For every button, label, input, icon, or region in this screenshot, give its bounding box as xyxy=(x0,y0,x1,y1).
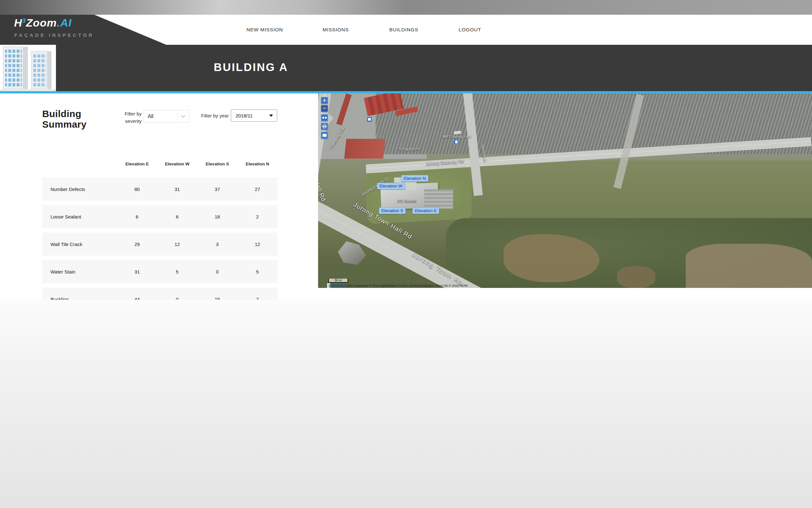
row-value: 0 xyxy=(197,269,238,274)
summary-table-body: Number Defects 80 31 37 27 xyxy=(42,177,278,300)
summary-table-header: Elevation E Elevation W Elevation S Elev… xyxy=(117,162,278,166)
logo-h: H xyxy=(14,17,22,29)
page-title: BUILDING A xyxy=(214,61,288,74)
binoculars-icon xyxy=(322,117,324,119)
zoom-out-button[interactable]: − xyxy=(321,105,328,112)
map-art-layer xyxy=(686,244,812,288)
map-art-layer xyxy=(338,241,366,265)
row-value: 6 xyxy=(117,214,157,219)
severity-filter-label: Filter by severity xyxy=(105,110,142,125)
building-icon xyxy=(0,45,56,91)
nav-missions[interactable]: MISSIONS xyxy=(323,27,349,33)
row-value: 3 xyxy=(197,242,238,247)
map-label-hall-rd: Hall Rd xyxy=(318,179,327,203)
birdseye-button[interactable] xyxy=(321,114,328,121)
logo-sup: 3 xyxy=(22,17,26,24)
column-header: Elevation W xyxy=(157,162,198,166)
map-art-layer xyxy=(344,139,386,159)
map-label-jtc-summit: JTC Summit xyxy=(397,199,417,203)
severity-select-value: All xyxy=(144,114,177,119)
row-value: 5 xyxy=(238,269,278,274)
row-value: 37 xyxy=(197,186,238,192)
column-header: Elevation E xyxy=(117,162,157,166)
map-label-mrt-jurong-east: MRT-Jurong East xyxy=(442,135,471,138)
row-label: Wall Tile Crack xyxy=(42,242,117,247)
app-viewport: H3Zoom.AI FAÇADE INSPECTOR NEW MISSION M… xyxy=(0,0,812,300)
row-value: 27 xyxy=(238,186,278,192)
table-row[interactable]: Water Stain 31 5 0 5 xyxy=(42,260,278,283)
train-station-icon[interactable] xyxy=(453,139,459,144)
summary-title: Building Summary xyxy=(42,109,87,130)
row-value: 6 xyxy=(157,214,198,219)
logo-ai: .AI xyxy=(57,17,71,29)
row-label: Loose Sealant xyxy=(42,214,117,219)
bus-stop-icon[interactable] xyxy=(367,117,372,122)
table-row[interactable]: Wall Tile Crack 29 12 3 12 xyxy=(42,232,278,256)
caret-down-icon xyxy=(269,115,273,117)
table-row[interactable]: Loose Sealant 6 6 18 2 xyxy=(42,205,278,228)
table-row[interactable]: Number Defects 80 31 37 27 xyxy=(42,177,278,201)
chevron-down-icon xyxy=(181,113,185,118)
row-value: 44 xyxy=(117,297,157,300)
severity-select[interactable]: All xyxy=(143,110,189,123)
attribution-text: © 2019 Microsoft Corporation © 2019 Digi… xyxy=(329,283,468,288)
row-value: 15 xyxy=(197,297,238,300)
row-value: 31 xyxy=(157,186,198,192)
accent-divider xyxy=(0,91,812,93)
row-value: 18 xyxy=(197,214,238,219)
row-value: 29 xyxy=(117,242,157,247)
elevation-s-pill[interactable]: Elevation S xyxy=(379,207,406,214)
column-header: Elevation S xyxy=(197,162,238,166)
row-value: 31 xyxy=(117,269,157,274)
map-art-layer xyxy=(617,266,655,288)
summary-title-line1: Building xyxy=(42,109,87,119)
year-select[interactable]: 2018/11 xyxy=(231,110,277,122)
globe-icon xyxy=(323,124,326,128)
map-art-layer xyxy=(424,189,453,209)
row-value: 80 xyxy=(117,186,157,192)
row-label: Buckling xyxy=(42,297,117,300)
year-select-value: 2018/11 xyxy=(236,113,269,118)
map-style-button[interactable] xyxy=(321,132,328,139)
map-attribution: © 2019 Microsoft Corporation © 2019 Digi… xyxy=(327,283,330,288)
severity-select-toggle[interactable] xyxy=(178,115,189,118)
row-label: Water Stain xyxy=(42,269,117,274)
year-filter-label: Filter by year xyxy=(201,113,229,118)
map-label-singapore: Singapore xyxy=(398,146,421,151)
column-header: Elevation N xyxy=(238,162,278,166)
terms-of-use-link[interactable]: Terms of Use xyxy=(329,283,346,288)
elevation-e-pill[interactable]: Elevation E xyxy=(413,207,439,214)
navbar: H3Zoom.AI FAÇADE INSPECTOR NEW MISSION M… xyxy=(0,15,812,45)
row-value: 12 xyxy=(157,242,198,247)
summary-title-line2: Summary xyxy=(42,119,87,130)
row-value: 5 xyxy=(157,269,198,274)
logo[interactable]: H3Zoom.AI xyxy=(14,17,71,29)
building-illustration xyxy=(0,45,56,91)
row-value: 12 xyxy=(238,242,278,247)
zoom-in-button[interactable]: + xyxy=(321,97,328,104)
map-scale: 50 m xyxy=(328,279,348,283)
table-row[interactable]: Buckling 44 0 15 7 xyxy=(42,288,278,300)
map-fold-icon xyxy=(323,134,327,137)
row-value: 7 xyxy=(238,297,278,300)
top-gradient-bar xyxy=(0,0,812,15)
map-controls: + − xyxy=(321,97,328,139)
main-content: Building Summary Filter by severity All … xyxy=(0,93,812,300)
nav-buildings[interactable]: BUILDINGS xyxy=(389,27,419,33)
elevation-w-pill[interactable]: Elevation W xyxy=(377,183,405,189)
logo-zoom: Zoom xyxy=(26,17,57,29)
elevation-n-pill[interactable]: Elevation N xyxy=(401,175,428,182)
satellite-map[interactable]: Singapore MRT-Jurong East Jurong Gateway… xyxy=(318,93,812,288)
nav-logout[interactable]: LOGOUT xyxy=(459,27,481,33)
row-value: 2 xyxy=(238,214,278,219)
row-value: 0 xyxy=(157,297,198,300)
desktop-background xyxy=(0,300,812,508)
logo-wedge: H3Zoom.AI FAÇADE INSPECTOR xyxy=(0,15,166,45)
logo-tagline: FAÇADE INSPECTOR xyxy=(14,32,94,38)
nav-new-mission[interactable]: NEW MISSION xyxy=(246,27,283,33)
banner: BUILDING A xyxy=(0,45,812,91)
row-label: Number Defects xyxy=(42,186,117,192)
globe-button[interactable] xyxy=(321,123,328,130)
